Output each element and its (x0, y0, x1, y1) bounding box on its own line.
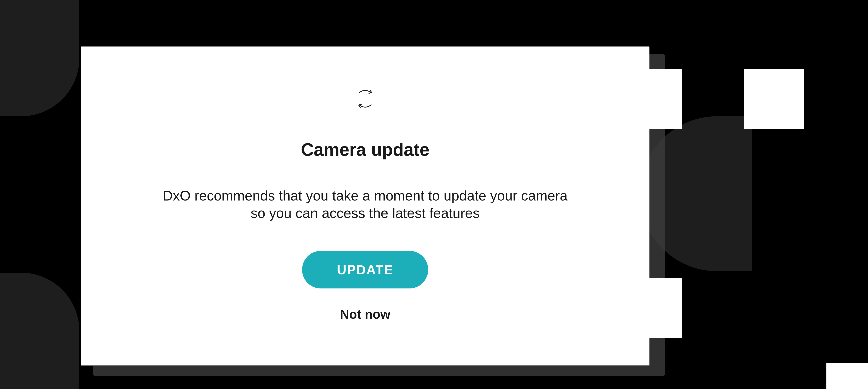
background-shape (0, 273, 79, 389)
not-now-button[interactable]: Not now (340, 307, 390, 322)
thumbnail-tile[interactable] (744, 69, 804, 129)
modal-description: DxO recommends that you take a moment to… (163, 187, 568, 222)
modal-title: Camera update (301, 139, 430, 160)
thumbnail-tile[interactable] (622, 278, 682, 338)
thumbnail-tile[interactable] (622, 69, 682, 129)
refresh-icon (351, 85, 379, 112)
modal-divider (81, 365, 649, 366)
update-button[interactable]: UPDATE (302, 251, 428, 288)
description-line-2: so you can access the latest features (251, 205, 480, 221)
background-shape (0, 0, 79, 116)
update-modal: Camera update DxO recommends that you ta… (81, 47, 649, 366)
description-line-1: DxO recommends that you take a moment to… (163, 188, 568, 203)
thumbnail-tile[interactable] (827, 363, 868, 389)
